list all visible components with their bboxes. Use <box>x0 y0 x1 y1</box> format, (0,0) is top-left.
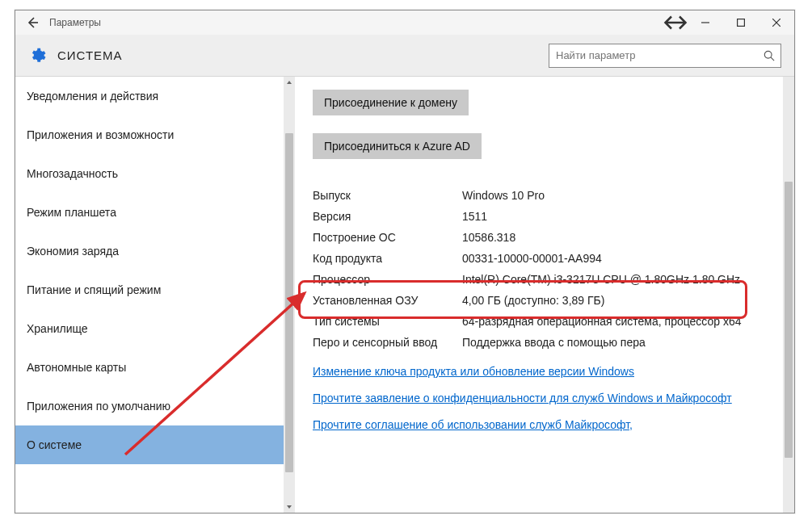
info-link-2[interactable]: Прочтите соглашение об использовании слу… <box>313 417 776 433</box>
spec-table: ВыпускWindows 10 ProВерсия1511Построение… <box>313 185 776 353</box>
header-bar: СИСТЕМА <box>15 35 794 77</box>
sidebar-item-9[interactable]: О системе <box>15 425 295 464</box>
resize-grip-icon[interactable] <box>663 10 688 35</box>
sidebar-item-label: Многозадачность <box>27 167 118 180</box>
info-link-1[interactable]: Прочтите заявление о конфиденциальности … <box>313 391 776 406</box>
title-bar: Параметры <box>15 10 794 35</box>
spec-value: Windows 10 Pro <box>462 189 776 202</box>
sidebar-item-3[interactable]: Режим планшета <box>15 193 295 232</box>
spec-value: Поддержка ввода с помощью пера <box>462 336 776 349</box>
gear-icon <box>28 47 46 65</box>
sidebar-item-4[interactable]: Экономия заряда <box>15 232 295 270</box>
spec-label: Версия <box>313 210 462 223</box>
spec-label: Перо и сенсорный ввод <box>313 336 462 349</box>
svg-point-5 <box>764 51 772 58</box>
sidebar-item-8[interactable]: Приложения по умолчанию <box>15 387 295 425</box>
spec-row: Перо и сенсорный вводПоддержка ввода с п… <box>313 332 776 353</box>
back-button[interactable] <box>15 10 49 35</box>
spec-label: Установленная ОЗУ <box>313 294 462 307</box>
sidebar-item-label: О системе <box>27 438 82 451</box>
spec-value: Intel(R) Core(TM) i3-3217U CPU @ 1.80GHz… <box>462 273 776 286</box>
sidebar: Уведомления и действияПриложения и возмо… <box>15 77 295 513</box>
spec-value: 10586.318 <box>462 231 776 244</box>
content-scroll-thumb[interactable] <box>785 182 793 458</box>
spec-value: 64-разрядная операционная система, проце… <box>462 315 776 328</box>
spec-label: Выпуск <box>313 189 462 202</box>
back-arrow-icon <box>26 16 39 29</box>
sidebar-item-label: Экономия заряда <box>27 245 119 258</box>
sidebar-item-label: Приложения по умолчанию <box>27 400 170 413</box>
join-azure-ad-button[interactable]: Присоединиться к Azure AD <box>313 133 482 159</box>
spec-row: ВыпускWindows 10 Pro <box>313 185 776 206</box>
sidebar-list: Уведомления и действияПриложения и возмо… <box>15 77 295 464</box>
spec-row: Построение ОС10586.318 <box>313 227 776 248</box>
spec-value: 4,00 ГБ (доступно: 3,89 ГБ) <box>462 294 776 307</box>
search-icon[interactable] <box>758 50 780 61</box>
spec-value: 1511 <box>462 210 776 223</box>
sidebar-item-label: Режим планшета <box>27 206 116 219</box>
page-heading: СИСТЕМА <box>57 48 123 62</box>
info-link-0[interactable]: Изменение ключа продукта или обновление … <box>313 364 776 379</box>
links-section: Изменение ключа продукта или обновление … <box>313 364 776 433</box>
sidebar-item-5[interactable]: Питание и спящий режим <box>15 270 295 309</box>
content-pane: Присоединение к домену Присоединиться к … <box>295 77 794 513</box>
body: Уведомления и действияПриложения и возмо… <box>15 77 794 513</box>
search-input[interactable] <box>549 49 758 61</box>
sidebar-scrollbar[interactable] <box>284 77 295 513</box>
spec-label: Тип системы <box>313 315 462 328</box>
content-scrollbar[interactable] <box>783 77 794 513</box>
content-inner: Присоединение к домену Присоединиться к … <box>295 77 794 433</box>
sidebar-item-label: Питание и спящий режим <box>27 283 161 296</box>
spec-row: ПроцессорIntel(R) Core(TM) i3-3217U CPU … <box>313 269 776 290</box>
spec-row: Версия1511 <box>313 206 776 227</box>
sidebar-item-label: Уведомления и действия <box>27 90 158 103</box>
spec-value: 00331-10000-00001-AA994 <box>462 252 776 265</box>
spec-label: Процессор <box>313 273 462 286</box>
spec-row: Тип системы64-разрядная операционная сис… <box>313 311 776 332</box>
sidebar-item-2[interactable]: Многозадачность <box>15 154 295 193</box>
scroll-down-icon[interactable] <box>286 504 292 510</box>
window-controls <box>663 10 794 35</box>
minimize-button[interactable] <box>688 10 723 35</box>
search-box[interactable] <box>549 44 781 68</box>
sidebar-item-6[interactable]: Хранилище <box>15 309 295 348</box>
sidebar-item-label: Автономные карты <box>27 361 126 374</box>
sidebar-item-0[interactable]: Уведомления и действия <box>15 77 295 115</box>
scroll-up-icon[interactable] <box>286 79 292 86</box>
spec-label: Код продукта <box>313 252 462 265</box>
maximize-button[interactable] <box>723 10 759 35</box>
close-button[interactable] <box>759 10 794 35</box>
sidebar-item-7[interactable]: Автономные карты <box>15 348 295 387</box>
sidebar-item-label: Приложения и возможности <box>27 128 174 141</box>
sidebar-scroll-thumb[interactable] <box>285 133 293 472</box>
window-title: Параметры <box>49 17 101 28</box>
svg-line-6 <box>771 57 774 60</box>
spec-row: Установленная ОЗУ4,00 ГБ (доступно: 3,89… <box>313 290 776 311</box>
sidebar-item-1[interactable]: Приложения и возможности <box>15 115 295 154</box>
settings-window: Параметры СИСТЕМА <box>15 10 795 513</box>
sidebar-item-label: Хранилище <box>27 322 88 335</box>
join-domain-button[interactable]: Присоединение к домену <box>313 90 469 115</box>
spec-row: Код продукта00331-10000-00001-AA994 <box>313 248 776 269</box>
svg-rect-2 <box>738 19 745 27</box>
sidebar-scroll: Уведомления и действияПриложения и возмо… <box>15 77 295 513</box>
spec-label: Построение ОС <box>313 231 462 244</box>
